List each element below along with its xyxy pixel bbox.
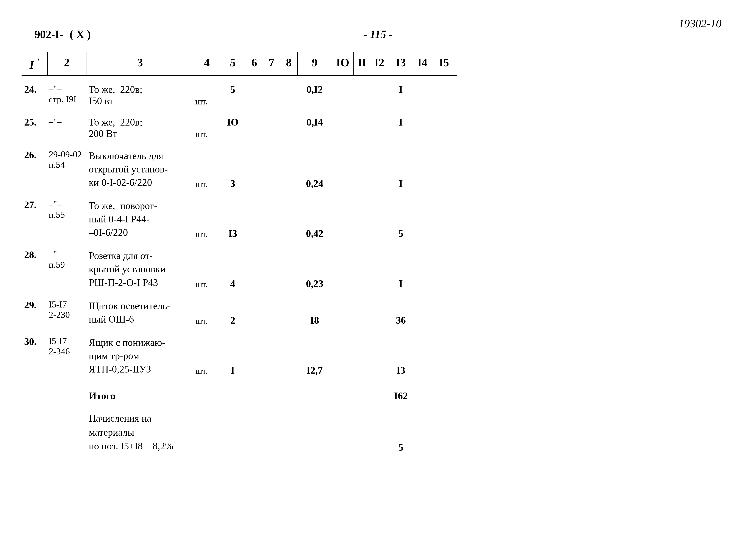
nach-label: Начисления наматериалыпо поз. I5+I8 – 8,… bbox=[86, 410, 194, 455]
row-26-col6 bbox=[246, 147, 263, 191]
row-24-num: 24. bbox=[21, 82, 47, 108]
row-30-col11 bbox=[353, 334, 371, 378]
row-25-col7 bbox=[263, 115, 280, 141]
row-26-col10 bbox=[332, 147, 353, 191]
col-header-8: 8 bbox=[280, 52, 297, 76]
itogo-col10 bbox=[332, 389, 353, 403]
table-row-26: 26. 29-09-02п.54 Выключатель дляоткрытой… bbox=[21, 147, 457, 191]
row-30-ref: I5-I72-346 bbox=[47, 334, 86, 378]
row-24-desc: То же, 220в;I50 вт bbox=[86, 82, 194, 108]
top-left-code: 902-I- bbox=[35, 28, 63, 41]
row-27-col12 bbox=[371, 197, 388, 241]
nach-col5 bbox=[220, 410, 246, 455]
row-24-ref: –"–стр. I9I bbox=[47, 82, 86, 108]
row-29-col7 bbox=[263, 297, 280, 328]
col-header-2: 2 bbox=[47, 52, 86, 76]
row-26-col13: I bbox=[388, 147, 414, 191]
row-28-col14 bbox=[414, 247, 431, 291]
row-29-desc: Щиток осветитель-ный ОЩ-6 bbox=[86, 297, 194, 328]
itogo-col14 bbox=[414, 389, 431, 403]
row-29-col11 bbox=[353, 297, 371, 328]
row-27-col8 bbox=[280, 197, 297, 241]
row-30-unit: шт. bbox=[194, 334, 220, 378]
itogo-col12 bbox=[371, 389, 388, 403]
col-header-12: I2 bbox=[371, 52, 388, 76]
row-27-col13: 5 bbox=[388, 197, 414, 241]
row-25-unit: шт. bbox=[194, 115, 220, 141]
row-26-ref: 29-09-02п.54 bbox=[47, 147, 86, 191]
row-27-col7 bbox=[263, 197, 280, 241]
row-27-col10 bbox=[332, 197, 353, 241]
row-30-desc: Ящик с понижаю-щим тр-ромЯТП-0,25-IIУЗ bbox=[86, 334, 194, 378]
col-header-10: IO bbox=[332, 52, 353, 76]
doc-number: 19302-10 bbox=[679, 17, 721, 30]
row-30-col12 bbox=[371, 334, 388, 378]
row-29-col14 bbox=[414, 297, 431, 328]
itogo-label: Итого bbox=[86, 389, 194, 403]
itogo-col5 bbox=[220, 389, 246, 403]
row-26-col12 bbox=[371, 147, 388, 191]
table-header-row: I ' 2 3 4 5 6 7 8 9 IO II I2 I3 I4 I5 bbox=[21, 52, 457, 76]
row-25-desc: То же, 220в;200 Вт bbox=[86, 115, 194, 141]
itogo-col13: I62 bbox=[388, 389, 414, 403]
row-29-unit: шт. bbox=[194, 297, 220, 328]
row-27-col15 bbox=[431, 197, 457, 241]
row-28-col8 bbox=[280, 247, 297, 291]
nach-col8 bbox=[280, 410, 297, 455]
row-24-col7 bbox=[263, 82, 280, 108]
row-27-num: 27. bbox=[21, 197, 47, 241]
row-27-col9: 0,42 bbox=[297, 197, 332, 241]
row-28-ref: –"–п.59 bbox=[47, 247, 86, 291]
row-26-desc: Выключатель дляоткрытой установ-ки 0-I-0… bbox=[86, 147, 194, 191]
row-30-col6 bbox=[246, 334, 263, 378]
col-header-4: 4 bbox=[194, 52, 220, 76]
row-26-col7 bbox=[263, 147, 280, 191]
row-30-col15 bbox=[431, 334, 457, 378]
row-28-col13: I bbox=[388, 247, 414, 291]
row-25-col14 bbox=[414, 115, 431, 141]
top-left-area: 902-I- ( X ) bbox=[35, 28, 91, 41]
itogo-col4 bbox=[194, 389, 220, 403]
row-28-col9: 0,23 bbox=[297, 247, 332, 291]
table-row-29: 29. I5-I72-230 Щиток осветитель-ный ОЩ-6… bbox=[21, 297, 457, 328]
row-29-num: 29. bbox=[21, 297, 47, 328]
col-header-9: 9 bbox=[297, 52, 332, 76]
row-28-col7 bbox=[263, 247, 280, 291]
row-27-col11 bbox=[353, 197, 371, 241]
row-25-col8 bbox=[280, 115, 297, 141]
row-28-col12 bbox=[371, 247, 388, 291]
row-24-col10 bbox=[332, 82, 353, 108]
row-26-col5: 3 bbox=[220, 147, 246, 191]
row-29-ref: I5-I72-230 bbox=[47, 297, 86, 328]
page-number: - 115 - bbox=[363, 28, 393, 41]
row-25-col9: 0,I4 bbox=[297, 115, 332, 141]
row-25-col15 bbox=[431, 115, 457, 141]
nach-col1 bbox=[21, 410, 47, 455]
row-26-col9: 0,24 bbox=[297, 147, 332, 191]
top-left-paren: ( X ) bbox=[69, 28, 91, 41]
row-27-ref: –"–п.55 bbox=[47, 197, 86, 241]
row-29-col12 bbox=[371, 297, 388, 328]
row-29-col15 bbox=[431, 297, 457, 328]
table-row-itogo: Итого I62 bbox=[21, 389, 457, 403]
itogo-col1 bbox=[21, 389, 47, 403]
row-24-col13: I bbox=[388, 82, 414, 108]
row-27-col5: I3 bbox=[220, 197, 246, 241]
table-row-27: 27. –"–п.55 То же, поворот-ный 0-4-I Р44… bbox=[21, 197, 457, 241]
row-30-num: 30. bbox=[21, 334, 47, 378]
row-25-col13: I bbox=[388, 115, 414, 141]
nach-col6 bbox=[246, 410, 263, 455]
row-28-num: 28. bbox=[21, 247, 47, 291]
itogo-col15 bbox=[431, 389, 457, 403]
row-24-col14 bbox=[414, 82, 431, 108]
row-29-col6 bbox=[246, 297, 263, 328]
row-25-num: 25. bbox=[21, 115, 47, 141]
row-26-unit: шт. bbox=[194, 147, 220, 191]
table-row bbox=[21, 76, 457, 82]
row-29-col5: 2 bbox=[220, 297, 246, 328]
itogo-col11 bbox=[353, 389, 371, 403]
row-30-col9: I2,7 bbox=[297, 334, 332, 378]
row-25-col5: IO bbox=[220, 115, 246, 141]
table-row-nachisleniya: Начисления наматериалыпо поз. I5+I8 – 8,… bbox=[21, 410, 457, 455]
row-25-col11 bbox=[353, 115, 371, 141]
